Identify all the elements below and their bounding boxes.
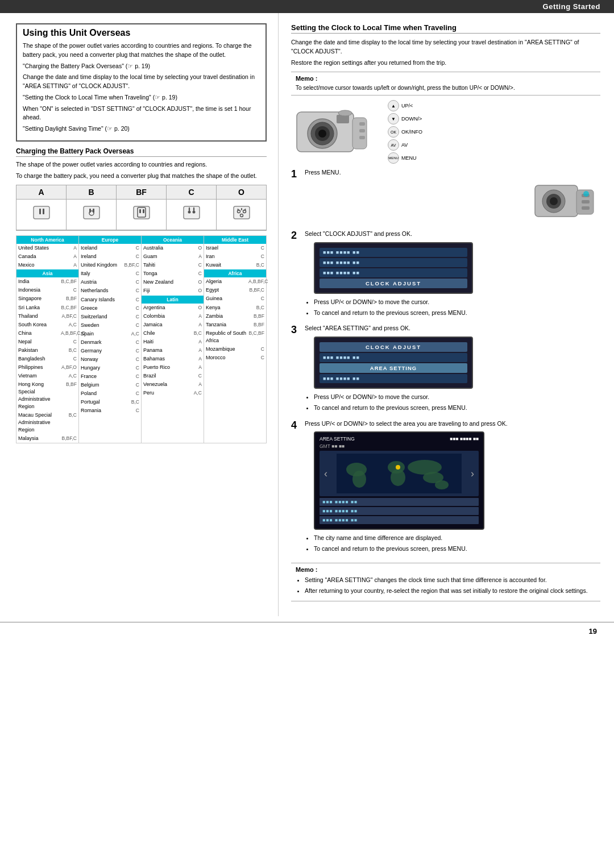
country-malaysia: MalaysiaB,BF,C (16, 434, 78, 443)
svg-rect-20 (241, 208, 242, 210)
outlet-icon-C (167, 200, 217, 230)
country-col-americas-asia: North America United StatesA CanadaA Mex… (16, 236, 79, 443)
area-screen-bottom-rows: ■■■ ■■■■ ■■ ■■■ ■■■■ ■■ ■■■ ■■■■ ■■ (320, 498, 479, 524)
av-label: AV (401, 142, 408, 148)
up-button-icon: ▲ (388, 100, 399, 111)
region-middle-east: Middle East (204, 236, 266, 244)
country-china: ChinaA,B,BF,C,O (16, 329, 78, 338)
right-column: Setting the Clock to Local Time when Tra… (279, 13, 614, 616)
svg-point-14 (188, 207, 189, 211)
svg-rect-6 (93, 209, 94, 213)
outlet-col-B: B (67, 185, 117, 199)
country-argentina: ArgentinaO (142, 304, 204, 312)
country-southkorea: South KoreaA,C (16, 321, 78, 329)
country-vietnam: VietnamA,C (16, 372, 78, 380)
country-guam: GuamA (142, 252, 204, 261)
svg-rect-40 (582, 200, 590, 203)
step-1-content: Press MENU. (305, 168, 600, 225)
screen-row-3-2: ■■■ ■■■■ ■■ (320, 374, 467, 383)
svg-point-27 (318, 130, 326, 138)
step-3: 3 Select "AREA SETTING" and press OK. CL… (291, 324, 600, 414)
step1-camera-svg (532, 180, 600, 225)
intro-line-5: When "ON" is selected in "DST SETTING" o… (23, 105, 260, 123)
camera-illustration (291, 101, 382, 163)
region-europe: Europe (79, 236, 141, 244)
menu-label: MENU (401, 155, 417, 161)
svg-point-45 (352, 471, 366, 488)
screen-row-3-1: ■■■ ■■■■ ■■ (320, 353, 467, 362)
step-1-text: Press MENU. (305, 168, 600, 177)
menu-button-icon: MENU (388, 152, 399, 164)
left-column: Using this Unit Overseas The shape of th… (0, 13, 279, 616)
country-tahiti: TahitiC (142, 261, 204, 269)
outlet-header-row: A B BF C O (16, 185, 266, 200)
page-header: Getting Started (0, 0, 614, 13)
screen-row-2-2: ■■■ ■■■■ ■■ (320, 258, 467, 267)
screen-mockup-3: CLOCK ADJUST ■■■ ■■■■ ■■ AREA SETTING ■■… (314, 337, 473, 389)
svg-rect-10 (143, 209, 144, 213)
screen-row-clock-adjust: CLOCK ADJUST (320, 279, 467, 288)
outlet-col-A: A (16, 185, 67, 199)
svg-rect-1 (39, 209, 41, 214)
step-2-content: Select "CLOCK ADJUST" and press OK. ■■■ … (305, 230, 600, 319)
memo-text-1: To select/move cursor towards up/left or… (296, 84, 596, 92)
outlet-icon-O (217, 200, 266, 230)
ok-button-icon: OK (388, 126, 399, 138)
map-right-arrow[interactable]: › (471, 468, 474, 480)
country-chile: ChileB,C (142, 329, 204, 338)
camera-area: ▲ UP/< ▼ DOWN/> OK OK/INFO AV AV (291, 100, 600, 164)
step-2-bullet-1: Press UP/< or DOWN/> to move the cursor. (314, 297, 600, 307)
svg-rect-11 (184, 206, 200, 219)
step-2-bullets: Press UP/< or DOWN/> to move the cursor.… (314, 297, 600, 318)
step-4-content: Press UP/< or DOWN/> to select the area … (305, 420, 600, 556)
country-africa-rsa: Republic of SouthAfricaB,C,BF (204, 329, 266, 345)
btn-label-down: ▼ DOWN/> (388, 113, 422, 124)
country-india: IndiaB,C,BF (16, 277, 78, 286)
country-africa-guinea: GuineaC (204, 294, 266, 303)
svg-rect-29 (352, 118, 367, 149)
svg-rect-0 (34, 206, 49, 219)
step-4-number: 4 (291, 420, 300, 556)
country-newzealand: New ZealandO (142, 278, 204, 286)
intro-line-6: "Setting Daylight Saving Time" (☞ p. 20) (23, 124, 260, 134)
intro-line-1: The shape of the power outlet varies acc… (23, 41, 260, 60)
svg-point-15 (193, 207, 194, 211)
country-philippines: PhilippinesA,BF,O (16, 363, 78, 372)
country-macau: Macau SpecialAdministrative RegionB,C (16, 411, 78, 434)
country-tonga: TongaC (142, 269, 204, 278)
country-bahamas: BahamasA (142, 355, 204, 363)
svg-rect-9 (139, 209, 141, 213)
step-2-text: Select "CLOCK ADJUST" and press OK. (305, 230, 600, 239)
country-africa-zambia: ZambiaB,BF (204, 312, 266, 321)
outlet-col-O: O (217, 185, 266, 199)
country-africa-kenya: KenyaB,C (204, 304, 266, 312)
country-portugal: PortugalB,C (79, 398, 141, 406)
memo-title-1: Memo : (296, 75, 596, 82)
country-switzerland: SwitzerlandC (79, 313, 141, 321)
country-hongkong: Hong Kong SpecialAdministrative RegionB,… (16, 380, 78, 411)
outlet-col-C: C (167, 185, 217, 199)
area-row-1: ■■■ ■■■■ ■■ (320, 498, 479, 506)
country-colombia: ColombiaA (142, 312, 204, 321)
region-asia: Asia (16, 269, 78, 277)
country-fiji: FijiO (142, 286, 204, 295)
svg-point-50 (435, 480, 449, 489)
country-panama: PanamaA (142, 346, 204, 355)
step-3-bullet-2: To cancel and return to the previous scr… (314, 403, 600, 413)
country-greece: GreeceC (79, 304, 141, 313)
country-bangladesh: BangladeshC (16, 355, 78, 363)
country-africa-morocco: MoroccoC (204, 354, 266, 362)
step-2: 2 Select "CLOCK ADJUST" and press OK. ■■… (291, 230, 600, 319)
region-oceania: Oceania (142, 236, 204, 244)
step-3-number: 3 (291, 324, 300, 414)
button-labels: ▲ UP/< ▼ DOWN/> OK OK/INFO AV AV (388, 100, 422, 164)
country-belgium: BelgiumC (79, 381, 141, 389)
area-gmt: GMT ■■ ■■ (320, 443, 479, 449)
outlet-icon-B (67, 200, 117, 230)
step-2-bullet-2: To cancel and return to the previous scr… (314, 308, 600, 318)
map-left-arrow[interactable]: ‹ (324, 468, 327, 480)
screen-row-2-3: ■■■ ■■■■ ■■ (320, 268, 467, 277)
memo-bottom-bullets: Setting "AREA SETTING" changes the clock… (305, 575, 596, 596)
country-israel: IsraelC (204, 244, 266, 252)
step-1: 1 Press MENU. (291, 168, 600, 225)
